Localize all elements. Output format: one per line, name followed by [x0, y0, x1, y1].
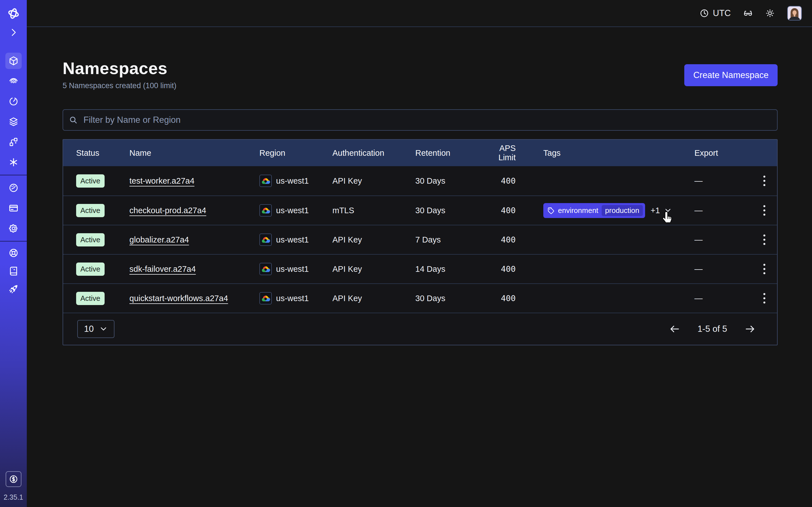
- row-actions-button[interactable]: [758, 231, 770, 248]
- kebab-menu-icon: [763, 205, 766, 216]
- theme-toggle[interactable]: [765, 8, 775, 18]
- sidebar-item-insights[interactable]: [0, 71, 27, 91]
- aps-cell: 400: [481, 264, 543, 274]
- tags-cell: environmentproduction+1: [543, 203, 695, 218]
- retention-cell: 30 Days: [415, 176, 481, 186]
- sidebar-item-namespaces[interactable]: [0, 51, 27, 71]
- billing-card-icon: [8, 203, 19, 214]
- gauge-icon: [8, 182, 19, 193]
- namespaces-table: Status Name Region Authentication Retent…: [63, 139, 777, 345]
- tag-icon: [547, 207, 555, 214]
- namespace-link[interactable]: checkout-prod.a27a4: [130, 206, 206, 215]
- page-range: 1-5 of 5: [698, 324, 727, 334]
- status-cell: Active: [76, 292, 130, 305]
- region-label: us-west1: [276, 294, 309, 303]
- col-retention: Retention: [415, 149, 481, 158]
- status-badge: Active: [76, 292, 105, 305]
- col-aps-limit: APS Limit: [481, 144, 543, 162]
- region-cell: us-west1: [259, 204, 333, 217]
- namespace-link[interactable]: sdk-failover.a27a4: [130, 265, 196, 274]
- col-authentication: Authentication: [333, 149, 415, 158]
- cube-icon: [8, 55, 19, 66]
- user-avatar[interactable]: [787, 6, 802, 20]
- gear-icon: [8, 223, 19, 234]
- status-cell: Active: [76, 233, 130, 246]
- name-cell: sdk-failover.a27a4: [130, 265, 259, 274]
- region-cell: us-west1: [259, 263, 333, 275]
- sidebar-item-settings[interactable]: [0, 218, 27, 238]
- aps-cell: 400: [481, 293, 543, 303]
- row-actions-button[interactable]: [758, 202, 770, 219]
- table-row: Activeglobalizer.a27a4 us-west1API Key7 …: [63, 225, 777, 254]
- filter-input[interactable]: [63, 109, 777, 131]
- sun-icon: [765, 8, 775, 18]
- timezone-label: UTC: [713, 8, 731, 18]
- sidebar-expand-button[interactable]: [0, 24, 27, 41]
- export-cell: —: [695, 294, 752, 303]
- sidebar-item-billing[interactable]: [0, 198, 27, 218]
- create-namespace-button[interactable]: Create Namespace: [684, 64, 777, 86]
- name-cell: checkout-prod.a27a4: [130, 206, 259, 215]
- table-row: Activequickstart-workflows.a27a4 us-west…: [63, 283, 777, 313]
- export-cell: —: [695, 265, 752, 274]
- export-cell: —: [695, 176, 752, 186]
- auth-cell: mTLS: [333, 206, 415, 215]
- sidebar-item-nexus[interactable]: [0, 132, 27, 152]
- docs-book-icon: [8, 266, 19, 276]
- kebab-menu-icon: [763, 234, 766, 245]
- row-actions-button[interactable]: [758, 172, 770, 189]
- app-version: 2.35.1: [4, 493, 23, 501]
- credits-button[interactable]: [6, 471, 21, 487]
- sidebar-item-getting-started[interactable]: [0, 280, 27, 298]
- main-content: Namespaces 5 Namespaces created (100 lim…: [27, 27, 812, 507]
- cloud-provider-icon-box: [259, 204, 272, 217]
- sidebar-divider: [0, 241, 27, 242]
- temporal-logo[interactable]: [0, 3, 27, 24]
- col-status: Status: [76, 149, 130, 158]
- sidebar-item-support[interactable]: [0, 244, 27, 262]
- tag-pill[interactable]: environmentproduction: [543, 203, 645, 218]
- namespace-link[interactable]: quickstart-workflows.a27a4: [130, 294, 228, 303]
- next-page-button[interactable]: [743, 322, 757, 336]
- status-badge: Active: [76, 263, 105, 276]
- name-cell: test-worker.a27a4: [130, 176, 259, 186]
- aps-cell: 400: [481, 206, 543, 215]
- status-cell: Active: [76, 263, 130, 276]
- layers-icon: [8, 116, 19, 127]
- auth-cell: API Key: [333, 235, 415, 244]
- sidebar: 2.35.1: [0, 0, 27, 507]
- labs-toggle[interactable]: [743, 8, 753, 18]
- retention-cell: 30 Days: [415, 206, 481, 215]
- page-title: Namespaces: [63, 59, 176, 78]
- sidebar-item-usage[interactable]: [0, 178, 27, 198]
- active-item-highlight: [5, 53, 22, 69]
- row-actions-button[interactable]: [758, 261, 770, 277]
- sidebar-item-docs[interactable]: [0, 262, 27, 280]
- auth-cell: API Key: [333, 176, 415, 186]
- status-cell: Active: [76, 174, 130, 187]
- timer-icon: [8, 96, 19, 107]
- status-cell: Active: [76, 204, 130, 217]
- sidebar-item-batch-operations[interactable]: [0, 152, 27, 172]
- status-badge: Active: [76, 204, 105, 217]
- retention-cell: 14 Days: [415, 265, 481, 274]
- tag-more-count[interactable]: +1: [651, 206, 660, 215]
- google-cloud-icon: [261, 206, 270, 215]
- sidebar-item-schedules[interactable]: [0, 91, 27, 112]
- row-actions-button[interactable]: [758, 290, 770, 307]
- google-cloud-icon: [261, 294, 270, 303]
- kebab-menu-icon: [763, 175, 766, 186]
- namespace-link[interactable]: globalizer.a27a4: [130, 235, 189, 244]
- region-cell: us-west1: [259, 233, 333, 246]
- tags-expand-button[interactable]: [664, 207, 672, 214]
- sidebar-item-deployments[interactable]: [0, 112, 27, 132]
- kebab-menu-icon: [763, 263, 766, 275]
- prev-page-button[interactable]: [667, 322, 682, 336]
- chevron-down-icon: [664, 207, 672, 214]
- namespace-link[interactable]: test-worker.a27a4: [130, 176, 195, 185]
- tag-value: production: [602, 205, 643, 216]
- timezone-selector[interactable]: UTC: [700, 8, 731, 18]
- page-size-select[interactable]: 10: [77, 320, 114, 338]
- region-cell: us-west1: [259, 175, 333, 187]
- rocket-icon: [8, 284, 19, 294]
